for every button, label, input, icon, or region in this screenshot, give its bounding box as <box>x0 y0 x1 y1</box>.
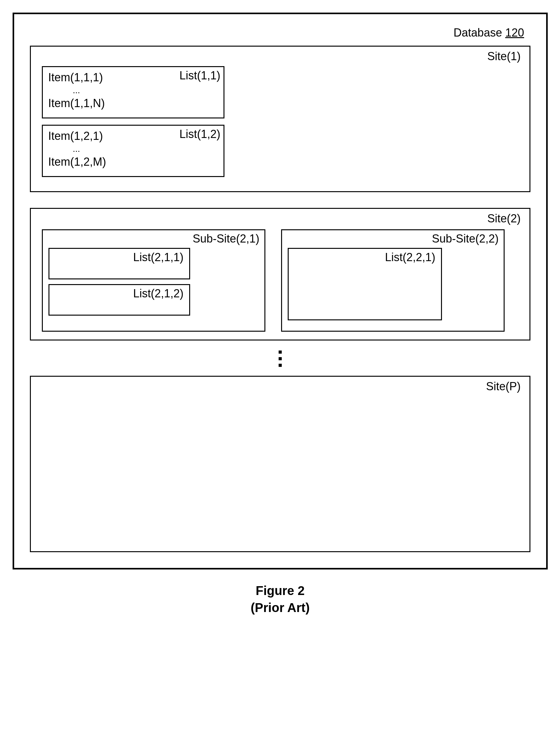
site-p-box: Site(P) <box>30 376 531 552</box>
list-2-1-2-label: List(2,1,2) <box>53 287 185 300</box>
list-2-2-1-label: List(2,2,1) <box>293 251 437 264</box>
figure-caption: Figure 2 (Prior Art) <box>13 582 548 616</box>
page-container: Database 120 Site(1) List(1,1) Item(1,1,… <box>13 13 548 616</box>
site-p-label: Site(P) <box>42 380 523 396</box>
item-1-1-n: Item(1,1,N) <box>47 97 219 110</box>
list-2-1-2-box: List(2,1,2) <box>48 284 190 316</box>
site-2-box: Site(2) Sub-Site(2,1) List(2,1,1) List(2… <box>30 208 531 341</box>
list-1-1-label: List(1,1) <box>179 69 220 82</box>
list-2-1-1-label: List(2,1,1) <box>53 251 185 264</box>
dot-3: ▪ <box>30 362 531 368</box>
list-1-2-label: List(1,2) <box>179 128 220 141</box>
subsite-row: Sub-Site(2,1) List(2,1,1) List(2,1,2) Su… <box>42 229 523 332</box>
subsite-2-2-label: Sub-Site(2,2) <box>288 232 500 248</box>
subsite-2-2-box: Sub-Site(2,2) List(2,2,1) <box>281 229 505 332</box>
subsite-2-1-label: Sub-Site(2,1) <box>48 232 261 248</box>
database-label: Database 120 <box>30 24 531 46</box>
subsite-2-1-box: Sub-Site(2,1) List(2,1,1) List(2,1,2) <box>42 229 265 332</box>
list-2-1-1-box: List(2,1,1) <box>48 248 190 279</box>
list-1-2-box: List(1,2) Item(1,2,1) ... Item(1,2,M) <box>42 125 224 177</box>
caption-line-2: (Prior Art) <box>13 599 548 616</box>
site-1-label: Site(1) <box>42 50 523 66</box>
caption-line-1: Figure 2 <box>13 582 548 599</box>
list-1-2-ellipsis: ... <box>47 144 219 154</box>
site-1-box: Site(1) List(1,1) Item(1,1,1) ... Item(1… <box>30 46 531 192</box>
database-label-prefix: Database <box>454 26 505 39</box>
database-number: 120 <box>505 26 524 39</box>
item-1-2-m: Item(1,2,M) <box>47 155 219 169</box>
list-1-1-ellipsis: ... <box>47 85 219 95</box>
database-box: Database 120 Site(1) List(1,1) Item(1,1,… <box>13 13 548 569</box>
list-1-1-box: List(1,1) Item(1,1,1) ... Item(1,1,N) <box>42 66 224 118</box>
list-2-2-1-box: List(2,2,1) <box>288 248 442 320</box>
site-2-label: Site(2) <box>42 212 523 228</box>
vertical-ellipsis: ▪ ▪ ▪ <box>30 348 531 368</box>
